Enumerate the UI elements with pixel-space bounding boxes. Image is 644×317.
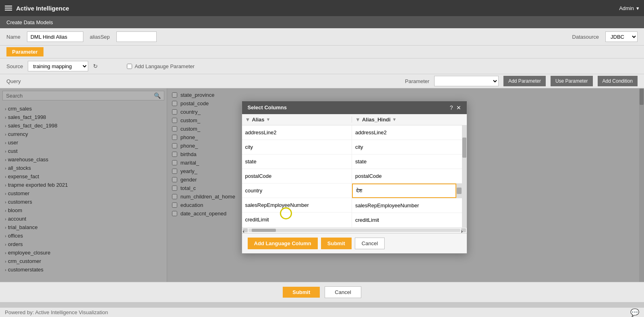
modal-alias-country[interactable] [242, 184, 352, 198]
source-label: Source [6, 63, 23, 69]
add-language-column-btn[interactable]: Add Language Column [248, 238, 318, 249]
modal-h-scroll-area: ‹ › [242, 227, 467, 233]
modal-hindi-addressline2[interactable] [352, 125, 462, 140]
use-parameter-btn[interactable]: Use Parameter [551, 76, 593, 86]
add-condition-btn[interactable]: Add Condition [598, 76, 638, 86]
modal-hindi-state[interactable] [352, 154, 462, 169]
add-lang-param-checkbox[interactable] [127, 64, 132, 69]
alias-sep-label: aliasSep [90, 34, 110, 40]
modal-overlay: Select Columns ? ✕ ▼ Alias ▼ ▼ Alias_Hin… [0, 88, 644, 282]
modal-hindi-creditlimit[interactable] [352, 213, 462, 227]
modal-hindi-city[interactable] [352, 140, 462, 154]
modal-help-btn[interactable]: ? [450, 104, 453, 111]
modal-alias-salesrep[interactable] [242, 198, 352, 213]
h-scroll-thumb [252, 229, 276, 232]
nav-left: Active Intelligence [5, 5, 69, 12]
modal-right-col [352, 125, 462, 227]
form-header: Name aliasSep Datasource JDBC REST CSV [0, 28, 644, 46]
inline-scroll [456, 184, 462, 198]
modal-body [242, 125, 467, 227]
query-row: Query Parameter Add Parameter Use Parame… [0, 74, 644, 88]
hamburger-menu[interactable] [5, 6, 12, 10]
modal-alias-city[interactable] [242, 140, 352, 154]
query-label: Query [6, 78, 27, 84]
modal-hindi-salesrep[interactable] [352, 198, 462, 213]
modal-alias-postalcode[interactable] [242, 169, 352, 184]
footer-text: Powered by: Active Intelligence Visualiz… [5, 309, 108, 315]
cancel-btn[interactable]: Cancel [325, 286, 361, 298]
modal-header: Select Columns ? ✕ [242, 101, 467, 114]
page-title: Create Data Models [6, 19, 53, 25]
modal-v-scrollbar[interactable] [462, 125, 467, 227]
chat-icon[interactable]: 💬 [630, 308, 639, 317]
modal-cancel-btn[interactable]: Cancel [355, 238, 385, 249]
refresh-icon[interactable]: ↻ [93, 63, 98, 69]
datasource-select[interactable]: JDBC REST CSV [605, 31, 638, 42]
h-scroll-left[interactable]: ‹ [243, 228, 248, 232]
modal-submit-btn[interactable]: Submit [321, 238, 352, 249]
top-nav: Active Intelligence Admin ▾ [0, 0, 644, 16]
parameter-tab[interactable]: Parameter [6, 47, 43, 56]
alias-sep-input[interactable] [116, 31, 157, 42]
alias-filter2-icon: ▼ [266, 117, 270, 122]
modal-alias-state[interactable] [242, 154, 352, 169]
modal-hindi-country-row [352, 184, 462, 198]
name-input[interactable] [27, 31, 83, 42]
modal-footer: Add Language Column Submit Cancel [242, 233, 467, 253]
modal-header-spacer [462, 117, 467, 123]
alias-hindi-col-label: Alias_Hindi [362, 117, 391, 123]
modal-alias-addressline2[interactable] [242, 125, 352, 140]
modal-header-icons: ? ✕ [450, 104, 461, 111]
modal-alias-creditlimit[interactable] [242, 213, 352, 227]
inline-scroll-thumb [457, 188, 462, 194]
alias-col-header: ▼ Alias ▼ [242, 117, 352, 123]
alias-hindi-filter-icon: ▼ [355, 117, 360, 123]
modal-v-scroll-thumb [462, 138, 466, 158]
parameter-label: Parameter [405, 78, 429, 84]
select-columns-modal: Select Columns ? ✕ ▼ Alias ▼ ▼ Alias_Hin… [242, 101, 467, 254]
alias-col-label: Alias [252, 117, 264, 123]
source-row: Source training mapping ↻ Add Langauge P… [0, 58, 644, 74]
modal-left-col [242, 125, 352, 227]
alias-hindi-col-header: ▼ Alias_Hindi ▼ [352, 117, 462, 123]
modal-hindi-country[interactable] [352, 184, 456, 198]
parameter-select[interactable] [434, 76, 499, 86]
admin-label: Admin [619, 5, 634, 11]
user-avatar-icon: ▾ [636, 5, 639, 11]
add-lang-param-label: Add Langauge Parameter [135, 63, 195, 69]
app-title: Active Intelligence [16, 5, 69, 12]
alias-hindi-filter2-icon: ▼ [392, 117, 397, 122]
add-parameter-btn[interactable]: Add Parameter [503, 76, 546, 86]
datasource-label: Datasource [572, 34, 599, 40]
alias-filter-icon: ▼ [245, 117, 251, 123]
main-area: 🔍 ›crm_sales ›sales_fact_1998 ›sales_fac… [0, 88, 644, 282]
submit-btn[interactable]: Submit [283, 287, 320, 298]
source-select[interactable]: training mapping [28, 61, 88, 71]
footer: Powered by: Active Intelligence Visualiz… [0, 307, 644, 317]
admin-user: Admin ▾ [619, 5, 639, 11]
h-scrollbar-track [248, 229, 460, 232]
modal-title: Select Columns [248, 104, 287, 111]
sub-header: Create Data Models [0, 16, 644, 28]
modal-close-btn[interactable]: ✕ [456, 104, 461, 111]
name-label: Name [6, 34, 21, 40]
h-scroll-right[interactable]: › [461, 228, 466, 232]
modal-hindi-postalcode[interactable] [352, 169, 462, 184]
bottom-bar: Submit Cancel [0, 282, 644, 302]
modal-cols-header: ▼ Alias ▼ ▼ Alias_Hindi ▼ [242, 114, 467, 125]
add-lang-param-row: Add Langauge Parameter [127, 63, 195, 69]
param-tab-row: Parameter [0, 46, 644, 58]
